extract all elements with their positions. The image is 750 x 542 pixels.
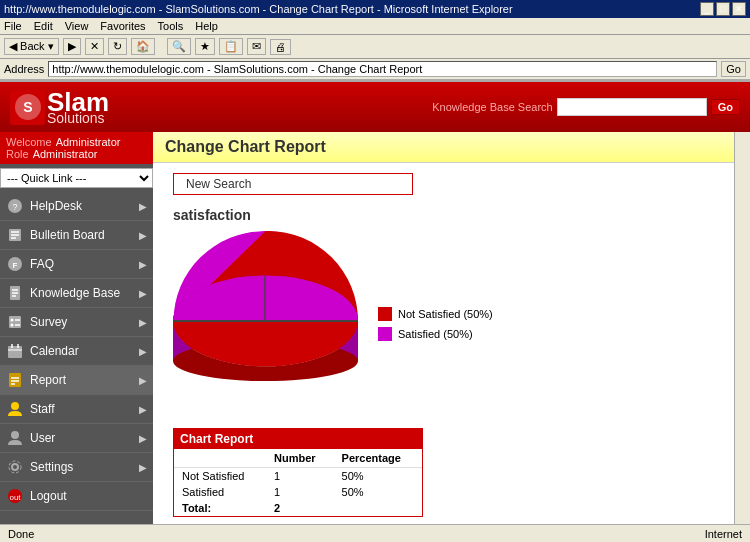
legend-label-not-satisfied: Not Satisfied (50%) — [398, 308, 493, 320]
svg-point-30 — [9, 461, 21, 473]
sidebar-label-settings: Settings — [30, 460, 133, 474]
row1-number: 1 — [266, 484, 334, 500]
close-btn[interactable]: ✕ — [732, 2, 746, 16]
total-number: 2 — [266, 500, 334, 516]
quick-link-select[interactable]: --- Quick Link --- — [0, 168, 153, 188]
col-header-number: Number — [266, 449, 334, 468]
sidebar-item-survey[interactable]: Survey ▶ — [0, 308, 153, 337]
sidebar-item-calendar[interactable]: Calendar ▶ — [0, 337, 153, 366]
scrollbar[interactable] — [734, 132, 750, 542]
kb-search-label: Knowledge Base Search — [432, 101, 552, 113]
survey-icon — [6, 313, 24, 331]
table-row: Not Satisfied 1 50% — [174, 468, 422, 485]
report-arrow: ▶ — [139, 375, 147, 386]
forward-btn[interactable]: ▶ — [63, 38, 81, 55]
address-input[interactable] — [48, 61, 717, 77]
sidebar-item-bulletin[interactable]: Bulletin Board ▶ — [0, 221, 153, 250]
new-search-top-btn[interactable]: New Search — [173, 173, 413, 195]
app-header: S Slam Solutions Knowledge Base Search G… — [0, 82, 750, 132]
legend-color-not-satisfied — [378, 307, 392, 321]
sidebar-label-logout: Logout — [30, 489, 147, 503]
svg-rect-23 — [9, 373, 21, 387]
pie-chart — [173, 231, 358, 416]
svg-point-17 — [11, 324, 14, 327]
calendar-arrow: ▶ — [139, 346, 147, 357]
print-btn[interactable]: 🖨 — [270, 39, 291, 55]
total-label: Total: — [174, 500, 266, 516]
sidebar-item-staff[interactable]: Staff ▶ — [0, 395, 153, 424]
legend-label-satisfied: Satisfied (50%) — [398, 328, 473, 340]
calendar-icon — [6, 342, 24, 360]
maximize-btn[interactable]: □ — [716, 2, 730, 16]
welcome-label: Welcome — [6, 136, 52, 148]
slam-logo-svg: S — [13, 92, 43, 122]
page-title: Change Chart Report — [153, 132, 734, 163]
sidebar-item-knowledge[interactable]: Knowledge Base ▶ — [0, 279, 153, 308]
helpdesk-arrow: ▶ — [139, 201, 147, 212]
go-address-btn[interactable]: Go — [721, 61, 746, 77]
survey-arrow: ▶ — [139, 317, 147, 328]
helpdesk-icon: ? — [6, 197, 24, 215]
faq-icon: F — [6, 255, 24, 273]
role-value: Administrator — [33, 148, 98, 160]
sidebar-item-logout[interactable]: out Logout — [0, 482, 153, 511]
sidebar-item-helpdesk[interactable]: ? HelpDesk ▶ — [0, 192, 153, 221]
kb-search-input[interactable] — [557, 98, 707, 116]
menu-help[interactable]: Help — [195, 20, 218, 32]
browser-title: http://www.themodulelogic.com - SlamSolu… — [4, 3, 513, 15]
menu-favorites[interactable]: Favorites — [100, 20, 145, 32]
svg-text:?: ? — [12, 202, 17, 212]
go-btn[interactable]: Go — [711, 99, 740, 115]
svg-text:F: F — [13, 261, 18, 270]
row0-name: Not Satisfied — [174, 468, 266, 485]
sidebar-label-calendar: Calendar — [30, 344, 133, 358]
favorites-toolbar-btn[interactable]: ★ — [195, 38, 215, 55]
settings-icon — [6, 458, 24, 476]
minimize-btn[interactable]: _ — [700, 2, 714, 16]
legend-item-not-satisfied: Not Satisfied (50%) — [378, 307, 493, 321]
faq-arrow: ▶ — [139, 259, 147, 270]
sidebar-item-user[interactable]: User ▶ — [0, 424, 153, 453]
svg-text:S: S — [23, 99, 32, 115]
bulletin-arrow: ▶ — [139, 230, 147, 241]
sidebar-item-report[interactable]: Report ▶ — [0, 366, 153, 395]
user-icon — [6, 429, 24, 447]
row1-pct: 50% — [334, 484, 422, 500]
row0-number: 1 — [266, 468, 334, 485]
sidebar-item-settings[interactable]: Settings ▶ — [0, 453, 153, 482]
menu-edit[interactable]: Edit — [34, 20, 53, 32]
sidebar-label-survey: Survey — [30, 315, 133, 329]
row1-name: Satisfied — [174, 484, 266, 500]
sidebar-label-staff: Staff — [30, 402, 133, 416]
logo: S Slam Solutions — [10, 89, 109, 125]
menu-file[interactable]: File — [4, 20, 22, 32]
svg-point-27 — [11, 402, 19, 410]
svg-point-28 — [11, 431, 19, 439]
sidebar-label-knowledge: Knowledge Base — [30, 286, 133, 300]
chart-section: satisfaction — [173, 207, 714, 416]
user-arrow: ▶ — [139, 433, 147, 444]
pie-svg — [173, 231, 358, 406]
refresh-btn[interactable]: ↻ — [108, 38, 127, 55]
row0-pct: 50% — [334, 468, 422, 485]
total-pct — [334, 500, 422, 516]
search-toolbar-btn[interactable]: 🔍 — [167, 38, 191, 55]
sidebar-label-helpdesk: HelpDesk — [30, 199, 133, 213]
role-label: Role — [6, 148, 29, 160]
sidebar: Welcome Administrator Role Administrator… — [0, 132, 153, 542]
menu-tools[interactable]: Tools — [158, 20, 184, 32]
legend-color-satisfied — [378, 327, 392, 341]
back-btn[interactable]: ◀ Back ▾ — [4, 38, 59, 55]
content-body: New Search satisfaction — [153, 163, 734, 542]
sidebar-item-faq[interactable]: F FAQ ▶ — [0, 250, 153, 279]
home-btn[interactable]: 🏠 — [131, 38, 155, 55]
kb-arrow: ▶ — [139, 288, 147, 299]
kb-icon — [6, 284, 24, 302]
history-btn[interactable]: 📋 — [219, 38, 243, 55]
mail-btn[interactable]: ✉ — [247, 38, 266, 55]
menu-view[interactable]: View — [65, 20, 89, 32]
svg-point-29 — [12, 464, 18, 470]
sidebar-label-report: Report — [30, 373, 133, 387]
stop-btn[interactable]: ✕ — [85, 38, 104, 55]
table-row: Satisfied 1 50% — [174, 484, 422, 500]
